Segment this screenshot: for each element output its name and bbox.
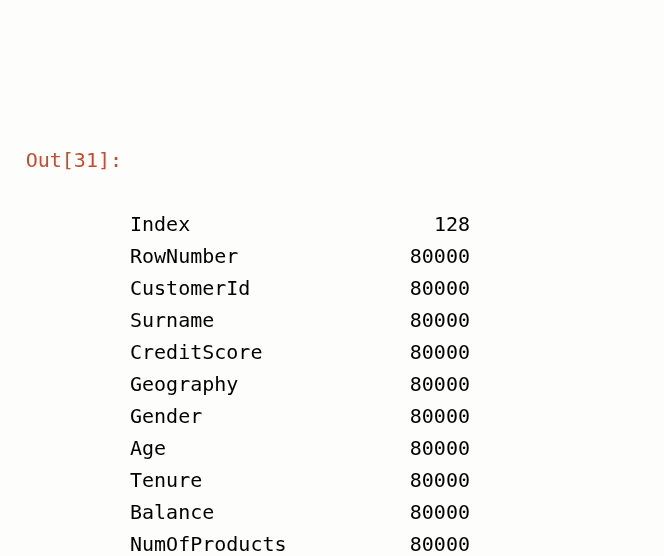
series-index-label: CustomerId — [130, 272, 390, 304]
series-row: Tenure80000 — [130, 464, 470, 496]
series-index-label: Gender — [130, 400, 390, 432]
series-row: RowNumber80000 — [130, 240, 470, 272]
series-value: 80000 — [390, 304, 470, 336]
series-index-label: Tenure — [130, 464, 390, 496]
series-index-label: Geography — [130, 368, 390, 400]
series-index-label: Surname — [130, 304, 390, 336]
series-value: 80000 — [390, 368, 470, 400]
series-value: 80000 — [390, 336, 470, 368]
series-value: 80000 — [390, 272, 470, 304]
series-index-label: CreditScore — [130, 336, 390, 368]
series-row: Age80000 — [130, 432, 470, 464]
series-row: Index128 — [130, 208, 470, 240]
series-row: CreditScore80000 — [130, 336, 470, 368]
series-value: 80000 — [390, 240, 470, 272]
notebook-output-cell: Out[31]: Index128RowNumber80000CustomerI… — [12, 144, 652, 556]
series-index-label: Index — [130, 208, 390, 240]
series-row: Surname80000 — [130, 304, 470, 336]
series-index-label: NumOfProducts — [130, 528, 390, 556]
series-row: Gender80000 — [130, 400, 470, 432]
series-value: 80000 — [390, 496, 470, 528]
series-row: Geography80000 — [130, 368, 470, 400]
series-value: 80000 — [390, 464, 470, 496]
series-index-label: Balance — [130, 496, 390, 528]
series-value: 80000 — [390, 400, 470, 432]
series-value: 80000 — [390, 432, 470, 464]
series-index-label: RowNumber — [130, 240, 390, 272]
series-row: NumOfProducts80000 — [130, 528, 470, 556]
series-output: Index128RowNumber80000CustomerId80000Sur… — [130, 144, 470, 556]
series-row: CustomerId80000 — [130, 272, 470, 304]
series-value: 128 — [390, 208, 470, 240]
series-row: Balance80000 — [130, 496, 470, 528]
series-index-label: Age — [130, 432, 390, 464]
series-value: 80000 — [390, 528, 470, 556]
output-prompt: Out[31]: — [12, 144, 130, 176]
